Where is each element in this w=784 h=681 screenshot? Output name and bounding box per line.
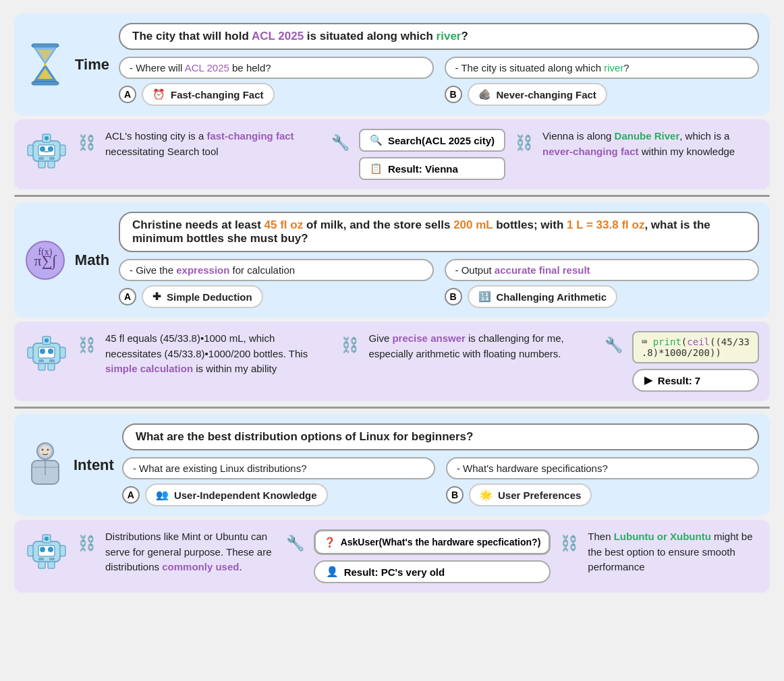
intent-question: What are the best distribution options o… [122, 423, 759, 450]
intent-circle-b: B [446, 486, 464, 504]
math-badge-b-label: Challenging Arithmetic [497, 291, 607, 303]
svg-text:f(x): f(x) [38, 247, 53, 258]
time-sub-b-text: - The city is situated along which river… [445, 57, 760, 79]
intent-badge-a-label: User-Independent Knowledge [174, 490, 317, 501]
hourglass-icon [25, 41, 65, 88]
svg-rect-7 [38, 157, 44, 160]
math-result-label: Result: 7 [658, 375, 700, 386]
time-label: Time [74, 56, 111, 73]
wrench-icon-3: 🔧 [286, 535, 304, 552]
math-sub-b-block: - Output accurate final result B 🔢 Chall… [445, 259, 760, 308]
svg-point-36 [47, 448, 49, 450]
stone-icon: 🪨 [478, 88, 491, 100]
intent-detail-left-text: Distributions like Mint or Ubuntu can se… [105, 529, 277, 575]
math-badge-b: 🔢 Challenging Arithmetic [468, 285, 618, 308]
svg-rect-49 [38, 562, 45, 568]
result-tool-box: 📋 Result: Vienna [359, 157, 505, 180]
svg-rect-48 [60, 545, 65, 556]
people-icon: 👥 [156, 489, 169, 501]
svg-rect-13 [60, 145, 65, 156]
grid-icon: ✚ [152, 291, 161, 303]
search-tool-box: 🔍 Search(ACL 2025 city) [359, 129, 505, 152]
svg-rect-28 [28, 347, 33, 358]
askuser-box: ❓ AskUser(What's the hardware specficati… [314, 529, 551, 555]
svg-point-2 [44, 63, 47, 66]
intent-sub-a-block: - What are existing Linux distributions?… [122, 457, 435, 506]
acl-highlight: ACL 2025 [252, 30, 304, 42]
time-section-row: Time The city that will hold ACL 2025 is… [25, 23, 759, 106]
badge-a-label: Fast-changing Fact [171, 89, 264, 100]
time-detail-section: ⛓️ ACL's hosting city is a fast-changing… [14, 119, 770, 189]
search-icon: 🔍 [370, 134, 383, 146]
time-badge-a: ⏰ Fast-changing Fact [142, 83, 275, 106]
search-tool-label: Search(ACL 2025 city) [388, 135, 495, 146]
svg-rect-25 [49, 359, 55, 362]
time-content: The city that will hold ACL 2025 is situ… [119, 23, 759, 106]
math-detail-left-text: 45 fl equals (45/33.8)•1000 mL, which ne… [105, 331, 331, 377]
chain-icon-4: ⛓️ [341, 336, 359, 354]
intent-section-row: Intent What are the best distribution op… [25, 423, 759, 506]
math-badge-a-row: A ✚ Simple Deduction [119, 285, 434, 308]
svg-rect-31 [48, 363, 55, 370]
prefs-icon: 🌟 [480, 489, 493, 501]
time-section: Time The city that will hold ACL 2025 is… [14, 13, 770, 115]
intent-sub-b-text: - What's hardware specifications? [446, 457, 759, 479]
math-circle-a: A [119, 288, 136, 305]
intent-badge-b: 🌟 User Preferences [469, 483, 592, 506]
person-icon [25, 442, 65, 489]
chain-icon-6: ⛓️ [560, 535, 578, 552]
math-detail-row: ⛓️ 45 fl equals (45/33.8)•1000 mL, which… [25, 331, 759, 392]
math-icon: π∑∫ f(x) [25, 240, 65, 280]
time-sub-b-block: - The city is situated along which river… [445, 57, 760, 106]
svg-rect-50 [48, 562, 55, 568]
svg-point-5 [40, 146, 45, 152]
time-detail-left-text: ACL's hosting city is a fast-changing fa… [105, 129, 322, 159]
person-result-icon: 👤 [326, 566, 339, 578]
intent-sub-a-text: - What are existing Linux distributions? [122, 457, 435, 479]
math-content: Christine needs at least 45 fl oz of mil… [119, 212, 759, 308]
math-badge-b-row: B 🔢 Challenging Arithmetic [445, 285, 760, 308]
calc-icon: 🔢 [478, 291, 491, 303]
math-tool-block: ⌨️ print(ceil((45/33.8)*1000/200)) ▶ Res… [632, 331, 759, 392]
intent-detail-right-text: Then Lubuntu or Xubuntu might be the bes… [588, 529, 759, 575]
svg-rect-24 [38, 359, 44, 362]
main-container: Time The city that will hold ACL 2025 is… [14, 13, 770, 593]
intent-badge-a-row: A 👥 User-Independent Knowledge [122, 483, 435, 506]
circle-a: A [119, 86, 136, 103]
math-sub-a-block: - Give the expression for calculation A … [119, 259, 434, 308]
badge-b-label: Never-changing Fact [497, 89, 596, 100]
intent-badge-b-label: User Preferences [498, 490, 581, 501]
svg-rect-43 [38, 558, 44, 560]
intent-section: Intent What are the best distribution op… [14, 414, 770, 516]
math-detail-right-text: Give precise answer is challenging for m… [368, 331, 594, 361]
math-sub-questions: - Give the expression for calculation A … [119, 259, 759, 308]
math-question: Christine needs at least 45 fl oz of mil… [119, 212, 759, 252]
time-badge-b-row: B 🪨 Never-changing Fact [445, 83, 760, 106]
code-box: ⌨️ print(ceil((45/33.8)*1000/200)) [632, 331, 759, 363]
wrench-icon-2: 🔧 [605, 336, 623, 354]
chain-icon-2: ⛓️ [515, 134, 533, 152]
time-badge-a-row: A ⏰ Fast-changing Fact [119, 83, 434, 106]
svg-rect-0 [32, 44, 59, 47]
time-sub-a-block: - Where will ACL 2025 be held? A ⏰ Fast-… [119, 57, 434, 106]
intent-detail-row: ⛓️ Distributions like Mint or Ubuntu can… [25, 529, 759, 583]
svg-point-46 [45, 537, 49, 541]
svg-point-27 [45, 338, 49, 343]
math-sub-a-text: - Give the expression for calculation [119, 259, 434, 281]
svg-point-23 [48, 349, 53, 354]
intent-detail-section: ⛓️ Distributions like Mint or Ubuntu can… [14, 520, 770, 593]
intent-circle-a: A [122, 486, 140, 504]
intent-label: Intent [74, 456, 114, 474]
intent-content: What are the best distribution options o… [122, 423, 759, 506]
math-label: Math [74, 251, 111, 269]
askuser-label: AskUser(What's the hardware specfication… [341, 537, 541, 547]
chain-icon-1: ⛓️ [78, 134, 96, 152]
robot-icon-time [25, 129, 68, 172]
time-detail-row: ⛓️ ACL's hosting city is a fast-changing… [25, 129, 759, 180]
question-icon: ❓ [324, 537, 335, 547]
robot-icon-intent [25, 529, 68, 572]
time-sub-a-text: - Where will ACL 2025 be held? [119, 57, 434, 79]
svg-rect-15 [48, 161, 55, 168]
river-highlight: river [437, 30, 461, 42]
math-result-box: ▶ Result: 7 [632, 369, 759, 392]
